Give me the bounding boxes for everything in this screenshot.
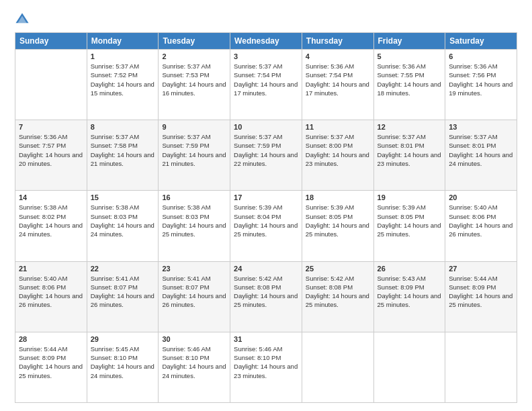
day-number: 20 [449,193,513,201]
day-cell [15,50,87,120]
day-info: Sunrise: 5:37 AM Sunset: 7:59 PM Dayligh… [234,132,298,168]
day-info: Sunrise: 5:44 AM Sunset: 8:09 PM Dayligh… [19,345,83,380]
day-info: Sunrise: 5:40 AM Sunset: 8:06 PM Dayligh… [449,203,513,238]
day-info: Sunrise: 5:36 AM Sunset: 7:55 PM Dayligh… [378,62,442,97]
day-number: 6 [449,52,513,60]
header-cell-tuesday: Tuesday [159,33,230,50]
day-cell: 31Sunrise: 5:46 AM Sunset: 8:10 PM Dayli… [230,332,302,402]
header-cell-thursday: Thursday [302,33,373,50]
day-number: 27 [449,265,513,273]
day-number: 8 [91,123,155,131]
day-cell [302,332,373,402]
day-cell: 10Sunrise: 5:37 AM Sunset: 7:59 PM Dayli… [230,120,302,191]
day-cell: 24Sunrise: 5:42 AM Sunset: 8:08 PM Dayli… [230,261,302,332]
calendar-header: SundayMondayTuesdayWednesdayThursdayFrid… [15,33,517,50]
header-cell-saturday: Saturday [445,33,517,50]
day-cell: 12Sunrise: 5:37 AM Sunset: 8:01 PM Dayli… [373,120,445,191]
day-number: 13 [449,123,513,131]
calendar-table: SundayMondayTuesdayWednesdayThursdayFrid… [15,32,517,403]
day-cell [445,332,517,402]
day-info: Sunrise: 5:38 AM Sunset: 8:03 PM Dayligh… [91,203,155,238]
day-info: Sunrise: 5:39 AM Sunset: 8:04 PM Dayligh… [234,203,298,238]
day-cell: 17Sunrise: 5:39 AM Sunset: 8:04 PM Dayli… [230,191,302,261]
day-number: 7 [19,123,83,131]
day-cell: 16Sunrise: 5:38 AM Sunset: 8:03 PM Dayli… [159,191,230,261]
week-row-2: 14Sunrise: 5:38 AM Sunset: 8:02 PM Dayli… [15,191,517,261]
day-cell: 8Sunrise: 5:37 AM Sunset: 7:58 PM Daylig… [87,120,159,191]
day-info: Sunrise: 5:37 AM Sunset: 8:01 PM Dayligh… [449,132,513,168]
week-row-4: 28Sunrise: 5:44 AM Sunset: 8:09 PM Dayli… [15,332,517,402]
day-info: Sunrise: 5:40 AM Sunset: 8:06 PM Dayligh… [19,274,83,310]
day-number: 18 [306,193,370,201]
day-cell: 7Sunrise: 5:36 AM Sunset: 7:57 PM Daylig… [15,120,87,191]
week-row-1: 7Sunrise: 5:36 AM Sunset: 7:57 PM Daylig… [15,120,517,191]
header-cell-friday: Friday [373,33,445,50]
day-info: Sunrise: 5:37 AM Sunset: 7:58 PM Dayligh… [91,132,155,168]
calendar-body: 1Sunrise: 5:37 AM Sunset: 7:52 PM Daylig… [15,50,517,403]
day-info: Sunrise: 5:38 AM Sunset: 8:02 PM Dayligh… [19,203,83,238]
day-cell: 3Sunrise: 5:37 AM Sunset: 7:54 PM Daylig… [230,50,302,120]
day-number: 29 [91,335,155,343]
week-row-3: 21Sunrise: 5:40 AM Sunset: 8:06 PM Dayli… [15,261,517,332]
day-cell: 19Sunrise: 5:39 AM Sunset: 8:05 PM Dayli… [373,191,445,261]
day-info: Sunrise: 5:36 AM Sunset: 7:56 PM Dayligh… [449,62,513,97]
day-number: 11 [306,123,370,131]
day-cell: 29Sunrise: 5:45 AM Sunset: 8:10 PM Dayli… [87,332,159,402]
day-number: 16 [162,193,226,201]
day-cell: 5Sunrise: 5:36 AM Sunset: 7:55 PM Daylig… [373,50,445,120]
day-info: Sunrise: 5:42 AM Sunset: 8:08 PM Dayligh… [306,274,370,310]
day-cell: 11Sunrise: 5:37 AM Sunset: 8:00 PM Dayli… [302,120,373,191]
day-info: Sunrise: 5:37 AM Sunset: 7:52 PM Dayligh… [91,62,155,97]
day-info: Sunrise: 5:41 AM Sunset: 8:07 PM Dayligh… [162,274,226,310]
day-info: Sunrise: 5:38 AM Sunset: 8:03 PM Dayligh… [162,203,226,238]
day-info: Sunrise: 5:36 AM Sunset: 7:57 PM Dayligh… [19,132,83,168]
day-cell: 28Sunrise: 5:44 AM Sunset: 8:09 PM Dayli… [15,332,87,402]
day-number: 26 [378,265,442,273]
day-cell [373,332,445,402]
day-number: 24 [234,265,298,273]
day-number: 28 [19,335,83,343]
day-number: 21 [19,265,83,273]
day-number: 31 [234,335,298,343]
day-number: 19 [378,193,442,201]
day-number: 14 [19,193,83,201]
day-cell: 6Sunrise: 5:36 AM Sunset: 7:56 PM Daylig… [445,50,517,120]
day-number: 2 [162,52,226,60]
day-info: Sunrise: 5:36 AM Sunset: 7:54 PM Dayligh… [306,62,370,97]
day-number: 23 [162,265,226,273]
day-cell: 20Sunrise: 5:40 AM Sunset: 8:06 PM Dayli… [445,191,517,261]
day-cell: 25Sunrise: 5:42 AM Sunset: 8:08 PM Dayli… [302,261,373,332]
day-info: Sunrise: 5:39 AM Sunset: 8:05 PM Dayligh… [306,203,370,238]
day-info: Sunrise: 5:46 AM Sunset: 8:10 PM Dayligh… [234,345,298,380]
day-cell: 18Sunrise: 5:39 AM Sunset: 8:05 PM Dayli… [302,191,373,261]
day-cell: 2Sunrise: 5:37 AM Sunset: 7:53 PM Daylig… [159,50,230,120]
day-info: Sunrise: 5:39 AM Sunset: 8:05 PM Dayligh… [378,203,442,238]
day-number: 9 [162,123,226,131]
day-number: 17 [234,193,298,201]
day-info: Sunrise: 5:42 AM Sunset: 8:08 PM Dayligh… [234,274,298,310]
day-cell: 27Sunrise: 5:44 AM Sunset: 8:09 PM Dayli… [445,261,517,332]
day-cell: 13Sunrise: 5:37 AM Sunset: 8:01 PM Dayli… [445,120,517,191]
header [15,12,517,27]
day-cell: 14Sunrise: 5:38 AM Sunset: 8:02 PM Dayli… [15,191,87,261]
day-cell: 30Sunrise: 5:46 AM Sunset: 8:10 PM Dayli… [159,332,230,402]
day-info: Sunrise: 5:41 AM Sunset: 8:07 PM Dayligh… [91,274,155,310]
day-cell: 22Sunrise: 5:41 AM Sunset: 8:07 PM Dayli… [87,261,159,332]
week-row-0: 1Sunrise: 5:37 AM Sunset: 7:52 PM Daylig… [15,50,517,120]
day-cell: 1Sunrise: 5:37 AM Sunset: 7:52 PM Daylig… [87,50,159,120]
day-number: 12 [378,123,442,131]
day-cell: 26Sunrise: 5:43 AM Sunset: 8:09 PM Dayli… [373,261,445,332]
day-info: Sunrise: 5:43 AM Sunset: 8:09 PM Dayligh… [378,274,442,310]
day-number: 22 [91,265,155,273]
day-cell: 4Sunrise: 5:36 AM Sunset: 7:54 PM Daylig… [302,50,373,120]
day-number: 10 [234,123,298,131]
day-number: 25 [306,265,370,273]
day-number: 1 [91,52,155,60]
logo [15,12,32,27]
day-info: Sunrise: 5:37 AM Sunset: 7:53 PM Dayligh… [162,62,226,97]
header-cell-monday: Monday [87,33,159,50]
day-info: Sunrise: 5:37 AM Sunset: 8:00 PM Dayligh… [306,132,370,168]
day-number: 30 [162,335,226,343]
header-cell-sunday: Sunday [15,33,87,50]
day-number: 4 [306,52,370,60]
